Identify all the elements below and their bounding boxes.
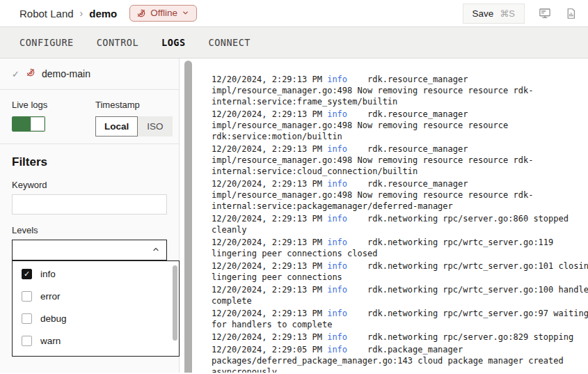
log-timestamp: 12/20/2024, 2:29:13 PM (212, 332, 327, 342)
save-shortcut: ⌘S (500, 8, 515, 19)
log-entry: 12/20/2024, 2:29:13 PM info rdk.networki… (212, 260, 588, 283)
checkbox[interactable] (22, 313, 32, 324)
top-header: Robot Land › demo Offline Save ⌘S (0, 0, 588, 26)
keyword-input[interactable] (12, 194, 167, 215)
log-level: info (327, 261, 347, 271)
filters-section: Filters Keyword Levels (0, 144, 179, 260)
level-option-label: warn (40, 336, 61, 346)
checkbox-checked[interactable]: ✓ (22, 269, 32, 279)
offline-icon (136, 8, 146, 18)
status-badge[interactable]: Offline (129, 5, 197, 22)
save-button[interactable]: Save ⌘S (463, 3, 525, 24)
level-option-error[interactable]: error (13, 285, 179, 307)
log-level: info (327, 332, 347, 342)
log-entry: 12/20/2024, 2:29:13 PM info rdk.resource… (212, 109, 588, 142)
levels-select[interactable] (12, 240, 167, 260)
log-entry: 12/20/2024, 2:29:13 PM info rdk.networki… (212, 308, 588, 330)
levels-dropdown: ✓infoerrordebugwarn (12, 260, 180, 357)
level-option-info[interactable]: ✓info (13, 263, 179, 285)
log-timestamp: 12/20/2024, 2:29:13 PM (212, 109, 327, 119)
timestamp-option-iso[interactable]: ISO (138, 116, 172, 137)
level-option-label: info (40, 269, 56, 279)
log-level: info (327, 75, 347, 84)
live-logs-label: Live logs (12, 100, 95, 110)
log-timestamp: 12/20/2024, 2:29:13 PM (212, 285, 327, 295)
checkbox[interactable] (22, 291, 32, 302)
toggle-knob (31, 117, 45, 131)
log-entry: 12/20/2024, 2:29:13 PM info rdk.resource… (212, 178, 588, 212)
dropdown-scrollbar[interactable] (173, 265, 177, 341)
save-button-label: Save (472, 8, 494, 19)
log-timestamp: 12/20/2024, 2:29:13 PM (212, 75, 327, 84)
tab-configure[interactable]: CONFIGURE (19, 37, 74, 48)
page-scrollbar-thumb[interactable] (184, 61, 192, 373)
timestamp-label: Timestamp (95, 100, 173, 110)
log-level: info (327, 309, 347, 318)
logs-sidebar: ✓ demo-main Live logs Timestamp Local IS… (0, 59, 180, 373)
log-entry: 12/20/2024, 2:29:05 PM info rdk.package_… (212, 344, 588, 373)
log-entry: 12/20/2024, 2:29:13 PM info rdk.networki… (212, 213, 588, 235)
log-timestamp: 12/20/2024, 2:29:05 PM (212, 345, 327, 354)
log-level: info (327, 214, 347, 224)
log-entry: 12/20/2024, 2:29:13 PM info rdk.resource… (212, 143, 588, 177)
chevron-up-icon (152, 244, 160, 256)
levels-dropdown-list: ✓infoerrordebugwarn (13, 261, 179, 357)
status-badge-label: Offline (150, 8, 177, 18)
level-option-label: debug (40, 313, 67, 324)
check-icon: ✓ (12, 69, 19, 79)
log-level: info (327, 179, 347, 189)
keyword-label: Keyword (12, 180, 167, 190)
log-entry: 12/20/2024, 2:29:13 PM info rdk.networki… (212, 237, 588, 259)
log-level: info (327, 237, 347, 247)
tab-connect[interactable]: CONNECT (209, 37, 251, 48)
log-timestamp: 12/20/2024, 2:29:13 PM (212, 144, 327, 154)
level-option[interactable] (13, 352, 179, 357)
log-entry: 12/20/2024, 2:29:13 PM info rdk.networki… (212, 284, 588, 306)
file-chart-icon[interactable] (565, 8, 577, 20)
log-timestamp: 12/20/2024, 2:29:13 PM (212, 179, 327, 189)
level-option-label: error (40, 291, 61, 302)
part-row[interactable]: ✓ demo-main (0, 59, 179, 90)
log-timestamp: 12/20/2024, 2:29:13 PM (212, 261, 327, 271)
level-option-debug[interactable]: debug (13, 307, 179, 329)
page-scrollbar-track (180, 59, 195, 373)
log-entry: 12/20/2024, 2:29:13 PM info rdk.resource… (212, 74, 588, 107)
log-timestamp: 12/20/2024, 2:29:13 PM (212, 214, 327, 224)
tab-logs[interactable]: LOGS (161, 37, 186, 48)
chevron-down-icon (182, 9, 189, 17)
log-level: info (327, 345, 347, 354)
checkbox[interactable] (22, 336, 32, 346)
timestamp-segmented: Local ISO (95, 116, 173, 137)
tab-control[interactable]: CONTROL (97, 37, 138, 48)
log-level: info (327, 144, 347, 154)
header-actions: Save ⌘S (463, 3, 577, 24)
log-entry: 12/20/2024, 2:29:13 PM info rdk.networki… (212, 332, 588, 343)
level-option-warn[interactable]: warn (13, 329, 179, 352)
monitor-icon[interactable] (539, 7, 551, 20)
filters-title: Filters (12, 155, 167, 169)
log-list: 12/20/2024, 2:29:13 PM info rdk.resource… (212, 74, 588, 373)
log-level: info (327, 109, 347, 119)
logs-page: ✓ demo-main Live logs Timestamp Local IS… (0, 59, 588, 373)
log-timestamp: 12/20/2024, 2:29:13 PM (212, 237, 327, 247)
log-level: info (327, 285, 347, 295)
breadcrumb-separator: › (80, 8, 84, 19)
breadcrumb: Robot Land › demo (19, 8, 117, 20)
log-timestamp: 12/20/2024, 2:29:13 PM (212, 309, 327, 318)
part-name: demo-main (42, 68, 90, 79)
levels-label: Levels (12, 225, 167, 235)
breadcrumb-org[interactable]: Robot Land (19, 8, 74, 20)
timestamp-option-local[interactable]: Local (95, 116, 138, 137)
log-pane: 12/20/2024, 2:29:13 PM info rdk.resource… (195, 59, 588, 373)
tab-bar: CONFIGURECONTROLLOGSCONNECT (0, 26, 588, 59)
log-controls: Live logs Timestamp Local ISO (0, 90, 179, 144)
log-message: rdk.networking rpc/server.go:829 stoppin… (347, 332, 573, 342)
live-logs-toggle[interactable] (12, 116, 45, 132)
offline-icon (26, 68, 35, 80)
breadcrumb-machine[interactable]: demo (89, 8, 117, 20)
